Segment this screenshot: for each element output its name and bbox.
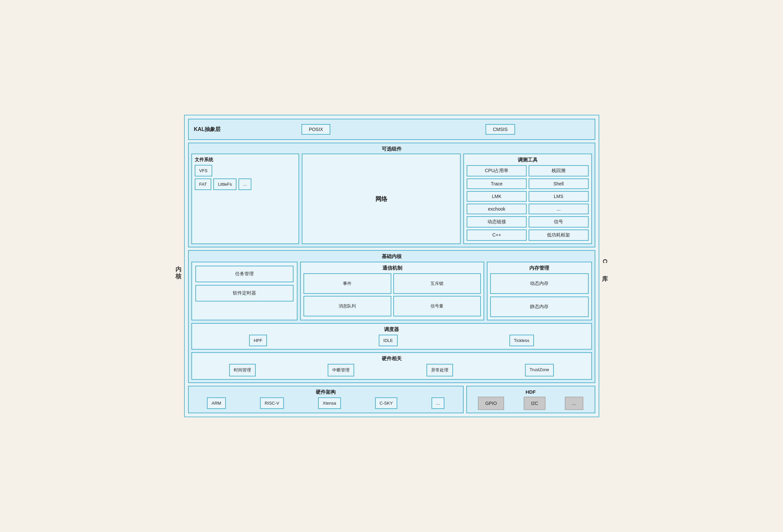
debug-grid-2: Trace Shell xyxy=(467,179,588,189)
hardware-section: 硬件相关 时间管理 中断管理 异常处理 TrustZone xyxy=(191,352,592,380)
optional-title: 可选组件 xyxy=(191,146,592,152)
debug-grid-1: CPU占用率 栈回溯 xyxy=(467,165,588,177)
debug-lmk: LMK xyxy=(467,191,527,202)
hdf-gpio: GPIO xyxy=(478,397,504,410)
filesys-items: VFS xyxy=(195,165,296,177)
comm-section: 通信机制 事件 互斥锁 消息队列 信号量 xyxy=(300,262,484,320)
optional-inner: 文件系统 VFS FAT LittleFs ... 网络 调测工具 xyxy=(191,154,592,244)
debug-signal: 信号 xyxy=(529,216,589,227)
kal-posix: POSIX xyxy=(302,124,330,135)
hdf-panel: HDF GPIO I2C ... xyxy=(466,386,595,413)
comm-grid: 事件 互斥锁 消息队列 信号量 xyxy=(304,273,480,316)
mem-static: 静态内存 xyxy=(490,296,589,317)
hdf-i2c: I2C xyxy=(524,397,545,410)
task-mgmt-panel: 任务管理 软件定时器 xyxy=(191,262,298,320)
hw-arch-row: 硬件架构 ARM RISC-V Xtensa C-SKY ... HDF GPI… xyxy=(188,386,595,413)
network-panel: 网络 xyxy=(302,154,461,244)
debug-more: ... xyxy=(529,204,589,214)
kal-label: KAL抽象层 xyxy=(194,126,221,133)
filesys-vfs: VFS xyxy=(195,165,212,177)
comm-msgqueue: 消息队列 xyxy=(304,296,391,316)
filesys-items2: FAT LittleFs ... xyxy=(195,179,296,190)
kal-items: POSIX CMSIS xyxy=(227,124,589,135)
kal-cmsis: CMSIS xyxy=(486,124,515,135)
arch-more: ... xyxy=(432,397,444,409)
debug-grid-4: exchook ... xyxy=(467,204,588,214)
arch-csky: C-SKY xyxy=(375,397,398,409)
filesys-label: 文件系统 xyxy=(195,157,296,163)
timer-box: 软件定时器 xyxy=(195,285,294,302)
mem-items: 动态内存 静态内存 xyxy=(490,273,589,317)
hw-time: 时间管理 xyxy=(229,364,256,376)
sched-idle: IDLE xyxy=(379,335,398,346)
kernel-title: 基础内核 xyxy=(191,253,592,260)
debug-grid-5: 动态链接 信号 xyxy=(467,216,588,227)
sched-hpf: HPF xyxy=(249,335,267,346)
hw-interrupt: 中断管理 xyxy=(328,364,354,376)
hw-trustzone: TrustZone xyxy=(525,364,554,376)
scheduler-items: HPF IDLE Tickless xyxy=(195,335,589,346)
comm-event: 事件 xyxy=(304,273,391,294)
filesys-more: ... xyxy=(239,179,251,190)
debug-panel: 调测工具 CPU占用率 栈回溯 Trace Shell LMK LMS exc xyxy=(463,154,592,244)
hw-arch-title: 硬件架构 xyxy=(191,389,460,395)
hw-arch-left: 硬件架构 ARM RISC-V Xtensa C-SKY ... xyxy=(188,386,464,413)
kernel-top: 任务管理 软件定时器 通信机制 事件 互斥锁 消息队列 信号量 xyxy=(191,262,592,320)
debug-trace: Trace xyxy=(467,179,527,189)
kal-row: KAL抽象层 POSIX CMSIS xyxy=(188,119,595,140)
debug-lowpower: 低功耗框架 xyxy=(529,229,589,241)
hdf-title: HDF xyxy=(470,389,592,395)
debug-grid-3: LMK LMS xyxy=(467,191,588,202)
filesys-panel: 文件系统 VFS FAT LittleFs ... xyxy=(191,154,300,244)
hw-arch-items: ARM RISC-V Xtensa C-SKY ... xyxy=(191,397,460,409)
debug-lms: LMS xyxy=(529,191,589,202)
task-mgmt-box: 任务管理 xyxy=(195,266,294,282)
hdf-items: GPIO I2C ... xyxy=(470,397,592,410)
comm-title: 通信机制 xyxy=(304,265,480,271)
mem-section: 内存管理 动态内存 静态内存 xyxy=(487,262,592,320)
debug-exchook: exchook xyxy=(467,204,527,214)
filesys-littlefs: LittleFs xyxy=(213,179,237,190)
comm-semaphore: 信号量 xyxy=(393,296,481,316)
hw-exception: 异常处理 xyxy=(427,364,453,376)
scheduler-section: 调度器 HPF IDLE Tickless xyxy=(191,323,592,350)
debug-cpu: CPU占用率 xyxy=(467,165,527,177)
network-label: 网络 xyxy=(375,195,387,203)
hdf-more: ... xyxy=(565,397,583,410)
middle-row: 基础内核 任务管理 软件定时器 通信机制 事件 互斥锁 消息队列 xyxy=(188,250,595,383)
left-side-label: 内 核 xyxy=(173,115,184,417)
right-side-label: C 库 xyxy=(599,115,610,417)
diagram-wrapper: 内 核 KAL抽象层 POSIX CMSIS 可选组件 文件系统 VFS xyxy=(173,115,610,417)
arch-xtensa: Xtensa xyxy=(318,397,341,409)
optional-row: 可选组件 文件系统 VFS FAT LittleFs ... 网络 xyxy=(188,143,595,247)
main-diagram: KAL抽象层 POSIX CMSIS 可选组件 文件系统 VFS FAT Lit… xyxy=(184,115,599,417)
hardware-title: 硬件相关 xyxy=(195,355,589,362)
filesys-fat: FAT xyxy=(195,179,212,190)
hardware-items: 时间管理 中断管理 异常处理 TrustZone xyxy=(195,364,589,376)
comm-mutex: 互斥锁 xyxy=(393,273,481,294)
kernel-section: 基础内核 任务管理 软件定时器 通信机制 事件 互斥锁 消息队列 xyxy=(188,250,595,383)
debug-grid-6: C++ 低功耗框架 xyxy=(467,229,588,241)
debug-title: 调测工具 xyxy=(467,157,588,163)
arch-riscv: RISC-V xyxy=(260,397,284,409)
debug-dynlink: 动态链接 xyxy=(467,216,527,227)
debug-stack: 栈回溯 xyxy=(529,165,589,177)
scheduler-title: 调度器 xyxy=(195,326,589,333)
sched-tickless: Tickless xyxy=(509,335,534,346)
arch-arm: ARM xyxy=(207,397,226,409)
mem-title: 内存管理 xyxy=(490,265,589,271)
debug-shell: Shell xyxy=(529,179,589,189)
debug-cpp: C++ xyxy=(467,229,527,241)
mem-dynamic: 动态内存 xyxy=(490,273,589,294)
